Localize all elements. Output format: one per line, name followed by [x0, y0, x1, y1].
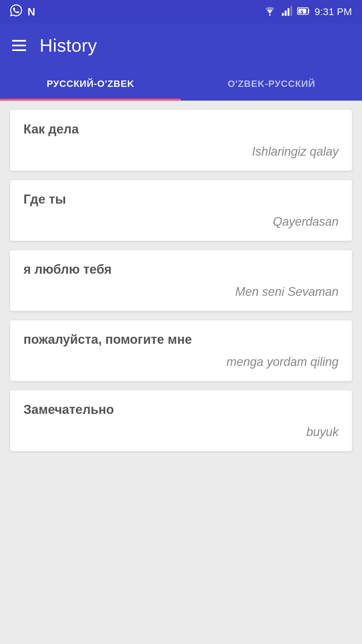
svg-rect-2: [285, 11, 287, 16]
source-text: Где ты: [23, 192, 339, 207]
tab-uzbek-russian[interactable]: O'ZBEK-РУССКИЙ: [181, 67, 362, 101]
translation-text: Ishlaringiz qalay: [23, 145, 339, 159]
page-title: History: [40, 35, 97, 56]
list-item[interactable]: я люблю тебя Men seni Sevaman: [10, 250, 352, 311]
app-bar: History: [0, 23, 362, 67]
svg-rect-4: [291, 6, 293, 16]
source-text: я люблю тебя: [23, 262, 339, 277]
translation-text: Men seni Sevaman: [23, 285, 339, 299]
source-text: пожалуйста, помогите мне: [23, 332, 339, 347]
svg-rect-3: [288, 8, 290, 16]
translation-text: menga yordam qiling: [23, 355, 339, 369]
translation-text: buyuk: [23, 425, 339, 439]
svg-rect-6: [308, 9, 309, 13]
tab-bar: РУССКИЙ-O'ZBEK O'ZBEK-РУССКИЙ: [0, 67, 362, 101]
status-time: 9:31 PM: [314, 6, 352, 17]
whatsapp-icon: [10, 4, 22, 19]
battery-icon: [297, 7, 310, 17]
list-item[interactable]: Замечательно buyuk: [10, 390, 352, 451]
notification-icon: N: [27, 6, 35, 18]
menu-icon[interactable]: [12, 40, 26, 51]
wifi-icon: [263, 6, 276, 17]
list-item[interactable]: Где ты Qayerdasan: [10, 180, 352, 241]
signal-icon: [281, 5, 292, 18]
list-item[interactable]: пожалуйста, помогите мне menga yordam qi…: [10, 320, 352, 381]
content-area: Как дела Ishlaringiz qalay Где ты Qayerd…: [0, 101, 362, 644]
source-text: Как дела: [23, 122, 339, 137]
status-bar-right: 9:31 PM: [263, 5, 352, 18]
status-bar: N: [0, 0, 362, 23]
source-text: Замечательно: [23, 402, 339, 417]
svg-point-0: [269, 14, 271, 16]
svg-rect-1: [282, 13, 284, 16]
translation-text: Qayerdasan: [23, 215, 339, 229]
tab-russian-uzbek[interactable]: РУССКИЙ-O'ZBEK: [0, 67, 181, 101]
status-bar-left: N: [10, 4, 35, 19]
list-item[interactable]: Как дела Ishlaringiz qalay: [10, 110, 352, 171]
